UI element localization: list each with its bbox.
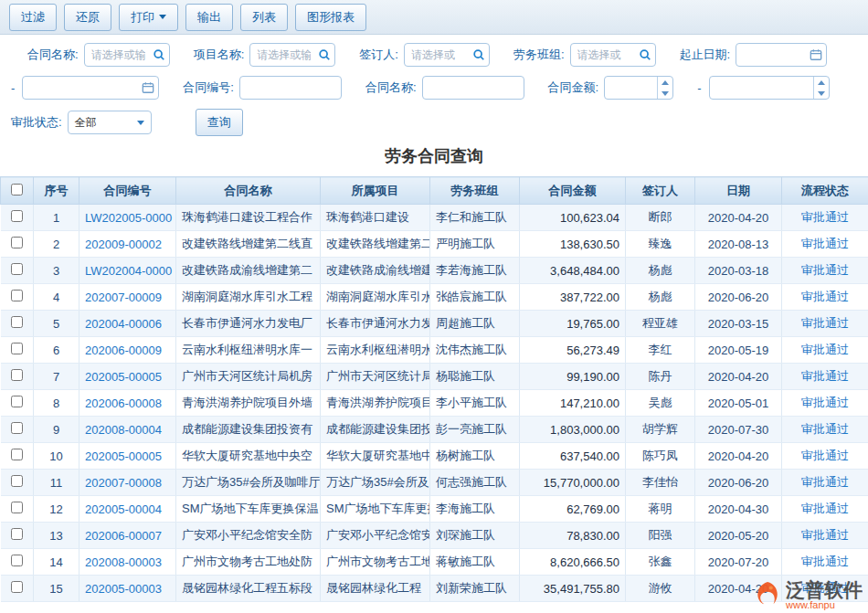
signer-input[interactable]: [405, 44, 469, 66]
status-link[interactable]: 审批通过: [782, 443, 868, 470]
contract-code-link[interactable]: 202008-00004: [79, 417, 176, 443]
contract-code-link[interactable]: LW202005-0000: [79, 205, 176, 231]
contract-code-link[interactable]: 202005-00005: [79, 443, 176, 470]
cell-team: 周超施工队: [430, 311, 520, 337]
row-checkbox[interactable]: [11, 475, 23, 487]
approval-status-select[interactable]: 全部: [68, 111, 152, 134]
contract-code-link[interactable]: 202006-00009: [79, 337, 176, 364]
contract-no-input[interactable]: [240, 77, 341, 99]
output-button[interactable]: 输出: [185, 4, 233, 31]
status-link[interactable]: 审批通过: [782, 549, 868, 576]
amount-min-input[interactable]: [605, 77, 657, 99]
cell-checkbox: [1, 205, 34, 231]
col-header-amount[interactable]: 合同金额: [520, 177, 626, 205]
cell-checkbox: [1, 470, 34, 496]
cell-project: 珠海鹤港口建设: [321, 205, 430, 231]
row-checkbox[interactable]: [11, 555, 23, 566]
row-checkbox[interactable]: [11, 396, 23, 407]
contract-name2-input[interactable]: [423, 77, 524, 99]
query-button[interactable]: 查询: [196, 109, 243, 136]
cell-no: 13: [34, 523, 79, 549]
query-button-label: 查询: [207, 114, 231, 131]
table-row: 3LW202004-0000改建铁路成渝线增建第二改建铁路成渝线增建李若海施工队…: [1, 258, 868, 284]
search-icon[interactable]: [469, 48, 489, 61]
cell-amount: 100,623.04: [520, 205, 626, 231]
contract-code-link[interactable]: 202004-00006: [79, 311, 176, 337]
status-link[interactable]: 审批通过: [782, 258, 868, 284]
cell-checkbox: [1, 496, 34, 523]
row-checkbox[interactable]: [11, 449, 23, 460]
row-checkbox[interactable]: [11, 369, 23, 381]
calendar-icon[interactable]: [138, 81, 158, 94]
status-link[interactable]: 审批通过: [782, 337, 868, 364]
search-icon[interactable]: [635, 48, 655, 61]
end-date-input[interactable]: [23, 77, 138, 99]
filter-button[interactable]: 过滤: [9, 4, 57, 31]
row-checkbox[interactable]: [11, 237, 23, 248]
cell-amount: 78,830.00: [520, 523, 626, 549]
status-link[interactable]: 审批通过: [782, 417, 868, 443]
contract-code-link[interactable]: 202006-00008: [79, 390, 176, 417]
col-header-date[interactable]: 日期: [695, 177, 782, 205]
amount-max-input[interactable]: [710, 77, 813, 99]
status-link[interactable]: 审批通过: [782, 231, 868, 258]
cell-project: 湖南洞庭湖水库引水: [321, 284, 430, 311]
restore-button[interactable]: 还原: [64, 4, 111, 31]
search-icon[interactable]: [149, 48, 169, 61]
status-link[interactable]: 审批通过: [782, 364, 868, 390]
graph-report-button[interactable]: 图形报表: [295, 4, 366, 31]
list-button[interactable]: 列表: [240, 4, 288, 31]
contract-code-link[interactable]: LW202004-0000: [79, 258, 176, 284]
row-checkbox[interactable]: [11, 263, 23, 275]
contract-code-link[interactable]: 202005-00004: [79, 496, 176, 523]
cell-contract-name: 华软大厦研究基地中央空: [176, 443, 321, 470]
select-all-checkbox[interactable]: [11, 184, 23, 196]
row-checkbox[interactable]: [11, 290, 23, 301]
col-header-no[interactable]: 序号: [34, 177, 79, 205]
start-date-input[interactable]: [736, 44, 806, 66]
signer-filter: 签订人:: [359, 43, 490, 67]
row-checkbox[interactable]: [11, 210, 23, 222]
search-icon[interactable]: [314, 48, 334, 61]
contract-code-link[interactable]: 202007-00009: [79, 284, 176, 311]
labor-team-input[interactable]: [571, 44, 635, 66]
col-header-team[interactable]: 劳务班组: [430, 177, 520, 205]
contract-code-link[interactable]: 202007-00008: [79, 470, 176, 496]
status-link[interactable]: 审批通过: [782, 284, 868, 311]
col-header-contract-name[interactable]: 合同名称: [176, 177, 321, 205]
row-checkbox[interactable]: [11, 581, 23, 593]
status-link[interactable]: 审批通过: [782, 523, 868, 549]
cell-project: 华软大厦研究基地中: [321, 443, 430, 470]
contract-code-link[interactable]: 202006-00007: [79, 523, 176, 549]
contract-code-link[interactable]: 202009-00002: [79, 231, 176, 258]
row-checkbox[interactable]: [11, 343, 23, 354]
calendar-icon[interactable]: [806, 48, 826, 61]
project-name-input[interactable]: [250, 44, 314, 66]
col-header-contract-code[interactable]: 合同编号: [79, 177, 176, 205]
col-header-project[interactable]: 所属项目: [321, 177, 430, 205]
fanpu-logo-icon: [754, 580, 781, 611]
status-link[interactable]: 审批通过: [782, 311, 868, 337]
row-checkbox[interactable]: [11, 316, 23, 328]
col-header-status[interactable]: 流程状态: [782, 177, 868, 205]
contract-code-link[interactable]: 202005-00005: [79, 364, 176, 390]
cell-date: 2020-05-19: [695, 337, 782, 364]
print-button[interactable]: 打印: [119, 4, 178, 31]
cell-project: SM广场地下车库更换: [321, 496, 430, 523]
status-link[interactable]: 审批通过: [782, 205, 868, 231]
amount-min-spinner[interactable]: [657, 77, 672, 99]
cell-signer: 阳强: [626, 523, 695, 549]
contract-code-link[interactable]: 202005-00003: [79, 576, 176, 602]
contract-code-link[interactable]: 202008-00003: [79, 549, 176, 576]
contract-name-input[interactable]: [85, 44, 149, 66]
status-link[interactable]: 审批通过: [782, 496, 868, 523]
cell-amount: 3,648,484.00: [520, 258, 626, 284]
row-checkbox[interactable]: [11, 422, 23, 434]
col-header-signer[interactable]: 签订人: [626, 177, 695, 205]
status-link[interactable]: 审批通过: [782, 470, 868, 496]
row-checkbox[interactable]: [11, 502, 23, 513]
status-link[interactable]: 审批通过: [782, 390, 868, 417]
cell-date: 2020-05-20: [695, 523, 782, 549]
row-checkbox[interactable]: [11, 528, 23, 540]
amount-max-spinner[interactable]: [813, 77, 829, 99]
